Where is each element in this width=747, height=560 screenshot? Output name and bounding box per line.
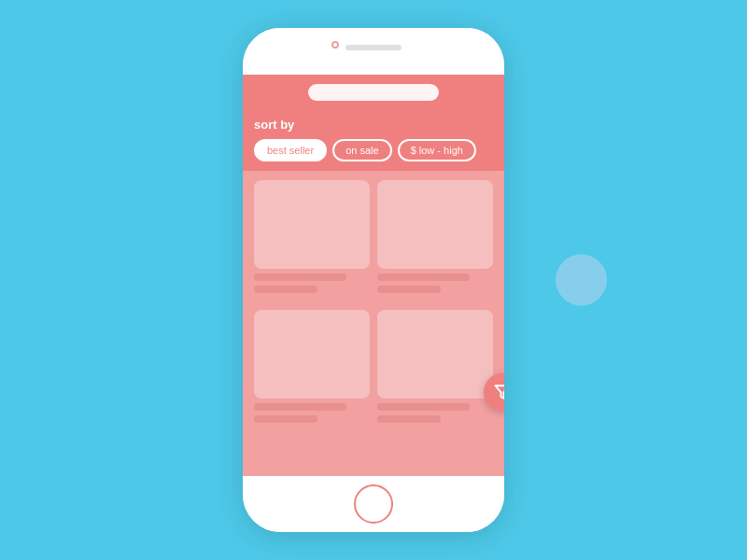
floating-decoration-circle xyxy=(556,255,607,306)
product-card-4[interactable] xyxy=(377,310,493,432)
phone-frame: sort by best seller on sale $ low - high xyxy=(243,28,504,532)
sort-label: sort by xyxy=(254,118,493,132)
product-price-2 xyxy=(377,286,441,293)
product-title-3 xyxy=(254,403,346,411)
phone-camera xyxy=(331,41,339,49)
home-button[interactable] xyxy=(354,484,393,524)
product-price-4 xyxy=(377,415,441,423)
sort-buttons: best seller on sale $ low - high xyxy=(254,139,493,161)
product-title-2 xyxy=(377,273,470,281)
product-grid xyxy=(243,171,504,476)
product-price-3 xyxy=(254,415,317,423)
product-image-4 xyxy=(377,310,493,399)
product-title-4 xyxy=(377,403,470,411)
product-image-2 xyxy=(377,180,493,269)
product-card-2[interactable] xyxy=(377,180,493,302)
search-bar[interactable] xyxy=(308,84,439,101)
product-image-1 xyxy=(254,180,370,269)
product-card-3[interactable] xyxy=(254,310,370,432)
screen: sort by best seller on sale $ low - high xyxy=(243,75,504,476)
svg-marker-0 xyxy=(496,385,505,399)
product-image-3 xyxy=(254,310,370,399)
phone-top-bar xyxy=(243,28,504,75)
sort-section: sort by best seller on sale $ low - high xyxy=(243,110,504,171)
sort-best-seller-button[interactable]: best seller xyxy=(254,139,327,161)
product-price-1 xyxy=(254,286,317,293)
phone-bottom xyxy=(243,476,504,532)
phone-speaker xyxy=(345,45,402,50)
product-title-1 xyxy=(254,273,346,281)
sort-on-sale-button[interactable]: on sale xyxy=(332,139,391,161)
sort-price-low-high-button[interactable]: $ low - high xyxy=(398,139,476,161)
phone-wrapper: sort by best seller on sale $ low - high xyxy=(243,28,504,532)
search-bar-area xyxy=(243,75,504,110)
product-card-1[interactable] xyxy=(254,180,370,302)
filter-icon xyxy=(494,384,504,400)
